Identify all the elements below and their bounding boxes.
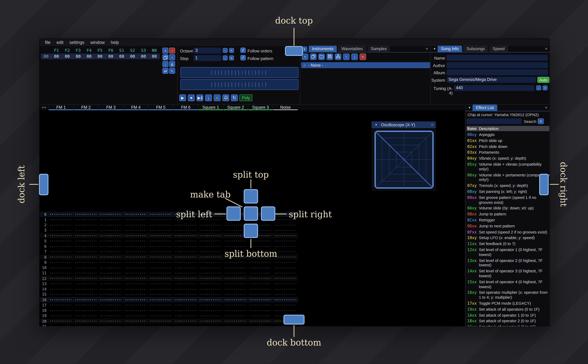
dock-target-right[interactable] [539, 174, 548, 195]
pattern-cell[interactable] [123, 222, 148, 228]
orders-move-up-button[interactable]: ↑ [169, 54, 175, 60]
piano-input-pad[interactable] [180, 67, 298, 90]
pattern-cell[interactable] [73, 308, 98, 313]
step-decrement-button[interactable]: - [223, 55, 228, 60]
pattern-cell[interactable] [198, 286, 223, 292]
effect-list-item[interactable]: 1CxxSet attack of operator 3 (0 to 1F) [466, 324, 550, 326]
pattern-cell[interactable] [148, 260, 173, 265]
pattern-cell[interactable] [73, 302, 98, 308]
pattern-cell[interactable] [198, 222, 223, 228]
pattern-cell[interactable] [48, 244, 73, 249]
pattern-cell[interactable] [223, 302, 248, 308]
pattern-cell[interactable] [48, 271, 73, 276]
pattern-cell[interactable] [173, 260, 198, 265]
pattern-cell[interactable] [248, 281, 273, 286]
piano-upper-octave[interactable] [180, 67, 298, 78]
effect-list-item[interactable]: 0DxxJump to next pattern [466, 223, 550, 229]
pattern-cell[interactable] [273, 233, 298, 238]
dock-target-top[interactable] [285, 46, 303, 56]
pattern-cell[interactable] [148, 313, 173, 318]
pattern-cell[interactable] [98, 313, 123, 318]
pattern-cell[interactable] [123, 292, 148, 297]
pattern-cell[interactable] [48, 324, 73, 326]
follow-pattern-checkbox[interactable]: ✓ [240, 55, 245, 60]
pattern-cell[interactable] [148, 271, 173, 276]
order-value[interactable]: 00 [84, 54, 94, 59]
pattern-cell[interactable] [148, 222, 173, 228]
pattern-cell[interactable] [48, 233, 73, 238]
orders-add-button[interactable]: + [162, 48, 168, 54]
auto-system-button[interactable]: Auto [537, 77, 549, 83]
orders-edit-mode-button[interactable]: ↖ [169, 68, 175, 74]
pattern-cell[interactable] [148, 281, 173, 286]
effect-list-item[interactable]: 12xxSet level of operator 1 (0 highest, … [466, 247, 550, 258]
pattern-cell[interactable] [98, 249, 123, 254]
pattern-cell[interactable] [273, 244, 298, 249]
pattern-cell[interactable] [98, 254, 123, 260]
pattern-cell[interactable] [123, 244, 148, 249]
pattern-cell[interactable] [173, 265, 198, 271]
pattern-cell[interactable] [48, 249, 73, 254]
channel-header[interactable]: FM 6 [173, 104, 198, 110]
effect-list-item[interactable]: 06xyVolume slide + portamento (compatibi… [466, 172, 550, 183]
pattern-cell[interactable] [98, 238, 123, 244]
move-instrument-up-button[interactable]: ↑ [343, 54, 350, 60]
pattern-cell[interactable] [48, 217, 73, 222]
order-value[interactable]: 00 [73, 54, 84, 59]
duplicate-instrument-button[interactable] [310, 54, 317, 60]
menu-item-help[interactable]: help [108, 40, 122, 45]
effect-search-input[interactable] [466, 118, 522, 124]
orders-duplicate-button[interactable] [162, 54, 168, 60]
split-target-left[interactable] [226, 207, 241, 221]
pattern-cell[interactable] [98, 318, 123, 324]
instrument-list-item[interactable]: ○ - None - [301, 62, 430, 68]
pattern-cell[interactable] [73, 265, 98, 271]
order-value[interactable]: 00 [138, 54, 149, 59]
pattern-cell[interactable] [98, 265, 123, 271]
pattern-cell[interactable] [148, 249, 173, 254]
oscilloscope-title-bar[interactable]: ▼ Oscilloscope (X-Y) × [372, 121, 436, 128]
pattern-cell[interactable] [123, 217, 148, 222]
open-instrument-button[interactable] [318, 54, 325, 60]
pattern-cell[interactable] [123, 265, 148, 271]
piano-lower-octave[interactable] [180, 79, 298, 90]
pattern-cell[interactable] [123, 276, 148, 281]
pattern-cell[interactable] [223, 271, 248, 276]
pattern-cell[interactable] [98, 297, 123, 302]
pattern-cell[interactable] [73, 212, 98, 217]
pattern-cell[interactable] [73, 281, 98, 286]
pattern-cell[interactable] [173, 244, 198, 249]
pattern-cell[interactable] [123, 271, 148, 276]
collapse-icon[interactable]: ▼ [375, 122, 377, 128]
effect-list-item[interactable]: 05xyVolume slide + vibrato (compatibilit… [466, 162, 550, 172]
pattern-cell[interactable] [123, 297, 148, 302]
author-input[interactable] [447, 62, 548, 68]
repeat-pattern-button[interactable]: ↻ [231, 94, 238, 101]
collapse-icon[interactable]: ▼ [433, 46, 436, 52]
pattern-cell[interactable] [148, 265, 173, 271]
pattern-cell[interactable] [73, 228, 98, 233]
pattern-cell[interactable] [273, 260, 298, 265]
pattern-cell[interactable] [198, 265, 223, 271]
pattern-cell[interactable] [48, 228, 73, 233]
channel-header[interactable]: FM 2 [73, 104, 98, 110]
pattern-cell[interactable] [98, 217, 123, 222]
pattern-cell[interactable] [148, 308, 173, 313]
pattern-cell[interactable] [73, 244, 98, 249]
pattern-cell[interactable] [48, 254, 73, 260]
order-value[interactable]: 00 [149, 54, 160, 59]
pattern-cell[interactable] [173, 318, 198, 324]
split-target-right[interactable] [261, 207, 275, 221]
channel-header[interactable]: FM 4 [123, 104, 148, 110]
pattern-cell[interactable] [98, 222, 123, 228]
pattern-cell[interactable] [48, 260, 73, 265]
menu-item-settings[interactable]: settings [66, 40, 87, 45]
pattern-cell[interactable] [98, 271, 123, 276]
pattern-cell[interactable] [273, 228, 298, 233]
effect-list-item[interactable]: 04xyVibrato (x: speed; y: depth) [466, 156, 550, 161]
pattern-cell[interactable] [173, 302, 198, 308]
pattern-cell[interactable] [148, 324, 173, 326]
pattern-cell[interactable] [148, 212, 173, 217]
effect-list-item[interactable]: 10xySetup LFO (x: enable; y: speed) [466, 235, 550, 241]
move-instrument-down-button[interactable]: ↓ [351, 54, 358, 60]
